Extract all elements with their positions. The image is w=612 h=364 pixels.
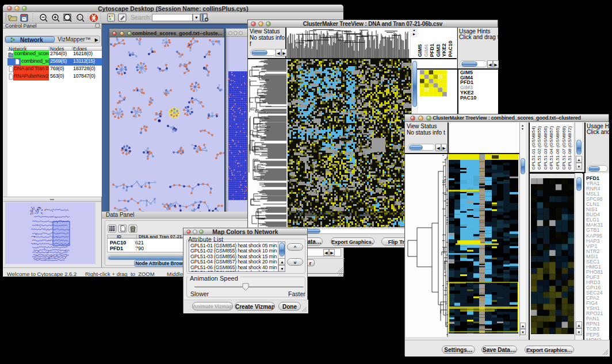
svg-text:GIM5: GIM5 bbox=[417, 44, 423, 57]
svg-text:PAC10: PAC10 bbox=[447, 41, 453, 57]
svg-text:GPL51-04 (GSM857): GPL51-04 (GSM857) bbox=[549, 126, 554, 170]
svg-text:GPL51-02 (GSM855): GPL51-02 (GSM855) bbox=[537, 126, 542, 170]
svg-text:GPL51-01 (GSM854): GPL51-01 (GSM854) bbox=[531, 126, 536, 170]
svg-text:GPL51-03 (GSM856): GPL51-03 (GSM856) bbox=[543, 126, 548, 170]
svg-text:PFD1: PFD1 bbox=[429, 44, 435, 57]
svg-text:YKE2: YKE2 bbox=[441, 43, 447, 57]
svg-text:1:1: 1:1 bbox=[78, 16, 82, 19]
svg-text:Search:: Search: bbox=[131, 14, 151, 21]
svg-text:GPL51-08 (GSM872): GPL51-08 (GSM872) bbox=[567, 126, 572, 170]
svg-text:GPL51-07 (GSM868): GPL51-07 (GSM868) bbox=[561, 126, 567, 170]
svg-text:GIM3: GIM3 bbox=[435, 44, 441, 57]
svg-text:GPL51-06 (GSM865): GPL51-06 (GSM865) bbox=[555, 126, 560, 170]
svg-text:GIM4: GIM4 bbox=[423, 44, 429, 57]
